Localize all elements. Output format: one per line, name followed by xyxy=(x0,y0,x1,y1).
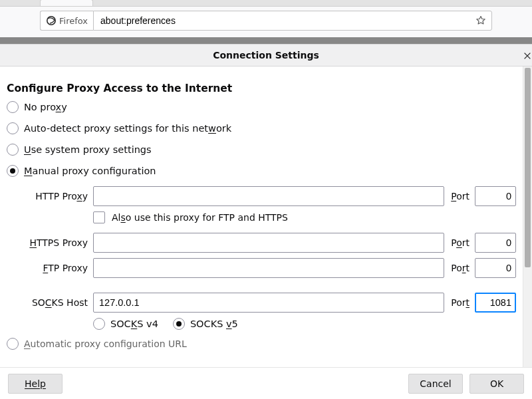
checkbox-icon xyxy=(93,211,105,223)
radio-no-proxy[interactable]: No proxy xyxy=(7,101,516,113)
https-proxy-row: HTTPS Proxy Port xyxy=(25,233,516,253)
socks-host-label: SOCKS Host xyxy=(25,297,89,308)
also-use-label: Also use this proxy for FTP and HTTPS xyxy=(112,212,288,223)
identity-label: Firefox xyxy=(59,16,88,26)
https-port-input[interactable] xyxy=(475,233,516,253)
ftp-port-input[interactable] xyxy=(475,258,516,278)
ok-button[interactable]: OK xyxy=(469,374,524,394)
radio-icon xyxy=(7,101,19,113)
cancel-button[interactable]: Cancel xyxy=(408,374,463,394)
radio-label: No proxy xyxy=(24,102,67,112)
socks-host-row: SOCKS Host Port xyxy=(25,293,516,313)
radio-icon xyxy=(93,318,105,330)
radio-icon xyxy=(7,122,19,134)
radio-icon xyxy=(7,338,19,350)
radio-socks-v5[interactable]: SOCKS v5 xyxy=(173,318,238,330)
dialog-title: Connection Settings xyxy=(213,50,319,61)
firefox-icon xyxy=(46,15,57,26)
ftp-proxy-label: FTP Proxy xyxy=(25,263,89,273)
radio-icon xyxy=(7,165,19,177)
https-proxy-input[interactable] xyxy=(93,233,444,253)
radio-icon xyxy=(7,144,19,156)
http-proxy-row: HTTP Proxy Port xyxy=(25,186,516,206)
http-proxy-label: HTTP Proxy xyxy=(25,191,89,201)
radio-label: SOCKS v4 xyxy=(110,319,158,329)
http-port-input[interactable] xyxy=(475,186,516,206)
radio-manual[interactable]: Manual proxy configuration xyxy=(7,165,516,177)
radio-socks-v4[interactable]: SOCKS v4 xyxy=(93,318,158,330)
browser-toolbar: Firefox xyxy=(0,7,532,37)
help-button[interactable]: Help xyxy=(8,374,63,394)
socks-host-input[interactable] xyxy=(93,293,444,313)
radio-label: Auto-detect proxy settings for this netw… xyxy=(24,123,231,134)
identity-box[interactable]: Firefox xyxy=(40,11,93,31)
url-bar[interactable] xyxy=(93,11,492,31)
https-port-label: Port xyxy=(448,237,471,248)
section-heading: Configure Proxy Access to the Internet xyxy=(7,82,516,94)
radio-label: SOCKS v5 xyxy=(190,319,238,329)
dialog-close-button[interactable] xyxy=(523,45,532,67)
dialog-footer: Help Cancel OK xyxy=(0,367,532,399)
dialog-scrollbar[interactable] xyxy=(523,66,532,367)
dialog-body: Configure Proxy Access to the Internet N… xyxy=(0,66,523,367)
content-backdrop-strip xyxy=(0,37,532,44)
radio-use-system[interactable]: Use system proxy settings xyxy=(7,144,516,156)
https-proxy-label: HTTPS Proxy xyxy=(25,237,89,248)
socks-port-label: Port xyxy=(448,297,471,308)
bookmark-star-icon[interactable] xyxy=(475,15,486,26)
radio-label: Automatic proxy configuration URL xyxy=(24,338,187,349)
radio-auto-detect[interactable]: Auto-detect proxy settings for this netw… xyxy=(7,122,516,134)
tab-strip xyxy=(0,0,532,7)
ftp-proxy-input[interactable] xyxy=(93,258,444,278)
http-port-label: Port xyxy=(448,191,471,201)
radio-label: Manual proxy configuration xyxy=(24,166,156,176)
http-proxy-input[interactable] xyxy=(93,186,444,206)
ftp-port-label: Port xyxy=(448,263,471,273)
connection-settings-dialog: Connection Settings Configure Proxy Acce… xyxy=(0,44,532,399)
socks-port-input[interactable] xyxy=(475,293,516,313)
active-tab-hint xyxy=(40,0,93,6)
url-input[interactable] xyxy=(99,15,475,27)
scrollbar-thumb[interactable] xyxy=(525,68,531,267)
radio-auto-config-url[interactable]: Automatic proxy configuration URL xyxy=(7,338,516,350)
radio-icon xyxy=(173,318,185,330)
radio-label: Use system proxy settings xyxy=(24,144,152,155)
ftp-proxy-row: FTP Proxy Port xyxy=(25,258,516,278)
dialog-title-bar: Connection Settings xyxy=(0,44,532,66)
also-use-row[interactable]: Also use this proxy for FTP and HTTPS xyxy=(93,211,516,223)
